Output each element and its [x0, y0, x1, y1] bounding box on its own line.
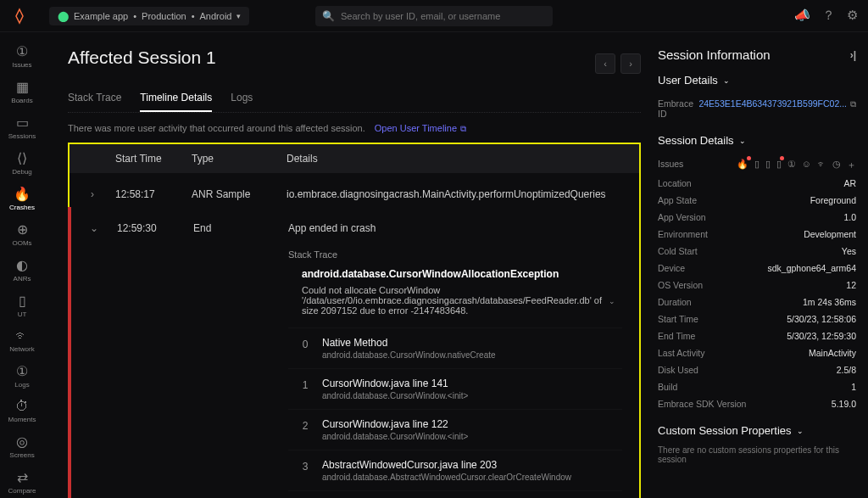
content-tabs: Stack Trace Timeline Details Logs — [68, 92, 641, 113]
chevron-down-icon[interactable]: ⌄ — [609, 297, 615, 305]
sidebar-item-anrs[interactable]: ◐ANRs — [0, 253, 44, 287]
row-time: 12:58:17 — [115, 188, 192, 200]
context-notice: There was more user activity that occurr… — [68, 123, 641, 134]
row-type: End — [193, 222, 288, 498]
sidebar-item-screens[interactable]: ◎Screens — [0, 429, 44, 463]
header-type: Type — [192, 153, 287, 165]
app-dot: • — [133, 11, 136, 21]
settings-icon[interactable]: ⚙ — [847, 8, 858, 24]
app-platform: Android — [200, 11, 232, 21]
custom-props-empty: There are no custom sessions properties … — [658, 445, 856, 464]
ut-icon: ▯ — [19, 293, 26, 309]
android-icon: ⬤ — [58, 10, 69, 22]
header-start-time: Start Time — [115, 153, 192, 165]
face-icon[interactable]: ☺ — [802, 159, 811, 169]
user-details-toggle[interactable]: User Details ⌄ — [658, 74, 856, 87]
exception-title: android.database.CursorWindowAllocationE… — [302, 268, 622, 280]
search-input[interactable] — [315, 6, 553, 26]
sidebar-item-ooms[interactable]: ⊕OOMs — [0, 217, 44, 251]
embrace-id-label: Embrace ID — [658, 98, 698, 119]
sidebar-item-debug[interactable]: ⟨⟩Debug — [0, 146, 44, 180]
sidebar-item-compare[interactable]: ⇄Compare — [0, 465, 44, 498]
external-link-icon: ⧉ — [460, 124, 466, 133]
row-type: ANR Sample — [192, 188, 287, 200]
anrs-icon: ◐ — [16, 257, 28, 273]
header-details: Details — [287, 153, 639, 165]
app-dot2: • — [192, 11, 195, 21]
wifi-icon[interactable]: ᯤ — [817, 159, 826, 169]
logs-icon: ① — [16, 363, 28, 379]
stack-frame[interactable]: 1 CursorWindow.java line 141android.data… — [288, 368, 622, 409]
issues-label: Issues — [658, 159, 683, 171]
clock-icon[interactable]: ◷ — [832, 159, 841, 169]
sidebar-item-sessions[interactable]: ▭Sessions — [0, 110, 44, 144]
tab-stack-trace[interactable]: Stack Trace — [68, 92, 121, 112]
network-icon: ᯤ — [15, 328, 29, 344]
fire-icon[interactable]: 🔥 — [737, 159, 748, 169]
compare-icon: ⇄ — [17, 469, 28, 485]
phone-icon[interactable]: ▯ — [765, 159, 771, 169]
sidebar-item-logs[interactable]: ①Logs — [0, 359, 44, 393]
sidebar-item-crashes[interactable]: 🔥Crashes — [0, 182, 44, 215]
sidebar-item-issues[interactable]: ①Issues — [0, 39, 44, 73]
issues-icon: ① — [16, 43, 28, 59]
sessions-icon: ▭ — [16, 115, 29, 131]
announce-icon[interactable]: 📣 — [794, 8, 810, 24]
debug-icon: ⟨⟩ — [17, 150, 27, 166]
plus-icon[interactable]: ＋ — [847, 159, 856, 170]
stack-frame[interactable]: 3 AbstractWindowedCursor.java line 203an… — [288, 450, 622, 490]
embrace-logo[interactable] — [10, 7, 29, 25]
tab-timeline-details[interactable]: Timeline Details — [140, 92, 212, 112]
chevron-down-icon: ⌄ — [723, 76, 730, 85]
sidebar-item-moments[interactable]: ⏱Moments — [0, 394, 44, 428]
table-row: ⌄ 12:59:30 End App ended in crash Stack … — [68, 207, 639, 498]
search-wrap: 🔍 — [315, 6, 553, 26]
chevron-down-icon: ⌄ — [797, 427, 804, 435]
custom-props-toggle[interactable]: Custom Session Properties ⌄ — [658, 424, 856, 437]
tab-logs[interactable]: Logs — [231, 92, 253, 112]
stack-frame[interactable]: 0 Native Methodandroid.database.CursorWi… — [288, 327, 622, 368]
session-details-toggle[interactable]: Session Details ⌄ — [658, 134, 856, 147]
prev-session-button[interactable]: ‹ — [595, 53, 615, 74]
sidebar: ①Issues ▦Boards ▭Sessions ⟨⟩Debug 🔥Crash… — [0, 32, 44, 498]
phone-icon[interactable]: ▯ — [754, 159, 760, 169]
sidebar-item-network[interactable]: ᯤNetwork — [0, 324, 44, 357]
chevron-down-icon: ▾ — [236, 12, 241, 20]
topbar-actions: 📣 ？ ⚙ — [794, 8, 858, 24]
timeline-table-highlight: Start Time Type Details › 12:58:17 ANR S… — [68, 143, 641, 498]
exclaim-icon[interactable]: ① — [787, 159, 796, 169]
collapse-toggle[interactable]: ⌄ — [71, 222, 117, 498]
page-title: Affected Session 1 — [68, 48, 216, 68]
issue-icons: 🔥 ▯ ▯ ▯ ① ☺ ᯤ ◷ ＋ — [737, 159, 856, 171]
row-time: 12:59:30 — [117, 222, 193, 498]
app-name: Example app — [74, 11, 128, 21]
boards-icon: ▦ — [16, 79, 29, 95]
search-icon: 🔍 — [322, 10, 335, 22]
top-bar: ⬤ Example app • Production • Android ▾ 🔍… — [0, 0, 868, 32]
moments-icon: ⏱ — [15, 399, 29, 414]
session-info-panel: Session Information ›| User Details ⌄ Em… — [658, 48, 868, 498]
ooms-icon: ⊕ — [17, 221, 28, 238]
app-env: Production — [142, 11, 186, 21]
chevron-down-icon: ⌄ — [739, 137, 746, 145]
table-row: › 12:58:17 ANR Sample io.embrace.diagnos… — [70, 173, 639, 207]
session-pager: ‹ › — [595, 53, 641, 74]
stack-trace-label: Stack Trace — [288, 249, 622, 260]
app-selector[interactable]: ⬤ Example app • Production • Android ▾ — [49, 7, 249, 25]
next-session-button[interactable]: › — [620, 53, 641, 74]
row-details: io.embrace.diagnosingacrash.MainActivity… — [287, 188, 639, 200]
copy-icon[interactable]: ⧉ — [850, 99, 856, 109]
table-header: Start Time Type Details — [70, 144, 639, 173]
stack-frame[interactable]: 2 CursorWindow.java line 122android.data… — [288, 409, 622, 450]
crashes-icon: 🔥 — [14, 186, 31, 202]
open-user-timeline-link[interactable]: Open User Timeline⧉ — [375, 123, 466, 133]
exception-message: Could not allocate CursorWindow '/data/u… — [302, 285, 607, 316]
stack-frame[interactable]: 4 SQLiteCursor.java line 139android.data… — [288, 490, 622, 498]
sidebar-item-ut[interactable]: ▯UT — [0, 288, 44, 322]
collapse-panel-icon[interactable]: ›| — [850, 49, 856, 61]
embrace-id-value[interactable]: 24E53E1E4B634373921B599FC02... — [698, 98, 847, 109]
sidebar-item-boards[interactable]: ▦Boards — [0, 75, 44, 109]
expand-toggle[interactable]: › — [70, 188, 115, 200]
panel-title: Session Information — [658, 48, 771, 62]
help-icon[interactable]: ？ — [822, 8, 835, 24]
